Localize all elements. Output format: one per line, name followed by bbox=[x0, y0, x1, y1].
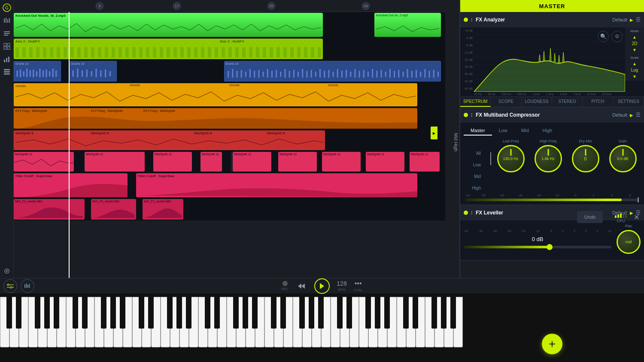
piano-key-ds5[interactable] bbox=[214, 297, 220, 329]
piano-key-cs4[interactable] bbox=[139, 297, 144, 329]
piano-key-cs3[interactable] bbox=[73, 297, 78, 329]
plugin-dot-leveller[interactable] bbox=[464, 211, 468, 215]
tab-settings-analyzer[interactable]: SETTINGS bbox=[614, 97, 644, 107]
sidebar-bars-icon[interactable] bbox=[1, 53, 13, 65]
piano-key-fs2[interactable] bbox=[35, 297, 40, 329]
add-button[interactable]: + bbox=[542, 334, 562, 354]
piano-key-cs2[interactable] bbox=[6, 297, 12, 329]
up-chevron-icon[interactable]: ▲ bbox=[632, 35, 637, 39]
collapse-arrow[interactable]: ► bbox=[431, 127, 437, 139]
mb-tab-low[interactable]: Low bbox=[492, 126, 514, 136]
track-content-azio[interactable]: Azio X : MultiFX Azio X : MultiFX bbox=[14, 38, 445, 60]
leveller-slider[interactable] bbox=[464, 246, 611, 248]
analyzer-gear-btn[interactable]: ⚙ bbox=[611, 31, 623, 42]
bpm-value[interactable]: 128 bbox=[337, 280, 346, 287]
tab-spectrum[interactable]: SPECTRUM bbox=[460, 97, 491, 107]
piano-key-gs6[interactable] bbox=[309, 297, 314, 329]
piano-key-cs6[interactable] bbox=[271, 297, 276, 329]
piano-key-fs8[interactable] bbox=[431, 297, 437, 329]
track-content-mix[interactable]: MIX_FX_reverb MIX MIX_FX_reverb MIX MIX_… bbox=[14, 198, 445, 220]
mb-main-slider[interactable] bbox=[465, 199, 639, 201]
piano-key-ds3[interactable] bbox=[82, 297, 88, 329]
track-content-vocals[interactable]: Knocked Out Vocals_fd_2.mp3 Knocked Out … bbox=[14, 12, 445, 38]
rev-button[interactable] bbox=[295, 280, 307, 292]
sidebar-blocks-icon[interactable] bbox=[1, 66, 13, 78]
piano-key-as2[interactable] bbox=[54, 297, 59, 329]
track-content-minisynth11[interactable]: MiniSynth 11 MiniSynth 11 MiniSynth 11 M… bbox=[14, 151, 445, 172]
leveller-thumb[interactable] bbox=[547, 244, 553, 250]
piano-key-cs8[interactable] bbox=[403, 297, 409, 329]
piano-key-as8[interactable] bbox=[450, 297, 456, 329]
piano-key-gs5[interactable] bbox=[243, 297, 248, 329]
piano-key-gs2[interactable] bbox=[44, 297, 50, 329]
sidebar-notes-icon[interactable] bbox=[1, 27, 13, 39]
mode-2d-label[interactable]: 2D bbox=[632, 41, 638, 46]
piano-key-fs3[interactable] bbox=[101, 297, 106, 329]
piano-key-cs10[interactable] bbox=[535, 297, 541, 329]
mb-knob-lowfreq[interactable]: 130.0 Hz bbox=[497, 145, 525, 172]
log-label[interactable]: Log bbox=[631, 68, 638, 72]
track-content-minisynth8[interactable]: MiniSynth 8 MiniSynth 8 MiniSynth 8 Mini… bbox=[14, 130, 445, 151]
piano-key-gs3[interactable] bbox=[110, 297, 116, 329]
plugin-analyzer-menu[interactable]: ☰ bbox=[636, 17, 641, 23]
tab-stereo[interactable]: STEREO bbox=[552, 97, 583, 107]
piano-key-as6[interactable] bbox=[318, 297, 324, 329]
piano-key-fs4[interactable] bbox=[167, 297, 173, 329]
piano-key-ds2[interactable] bbox=[16, 297, 21, 329]
mb-knob-gain[interactable]: 0.0 dB bbox=[609, 145, 637, 172]
piano-key-ds9[interactable] bbox=[479, 297, 484, 329]
play-button[interactable] bbox=[314, 278, 330, 294]
plugin-analyzer-arrow[interactable]: ▶ bbox=[630, 18, 633, 22]
piano-key-fs7[interactable] bbox=[365, 297, 371, 329]
piano-key-as3[interactable] bbox=[120, 297, 125, 329]
piano-key-fs10[interactable] bbox=[564, 297, 569, 329]
piano-key-ds7[interactable] bbox=[346, 297, 352, 329]
piano-key-as4[interactable] bbox=[186, 297, 191, 329]
plugin-multiband-arrow[interactable]: ▶ bbox=[630, 113, 633, 118]
undo-button[interactable]: Undo bbox=[577, 211, 603, 223]
piano-key-gs10[interactable] bbox=[573, 297, 579, 329]
piano-key-fs9[interactable] bbox=[498, 297, 503, 329]
piano-key-as5[interactable] bbox=[252, 297, 258, 329]
close-button[interactable]: ✕ bbox=[630, 211, 642, 223]
eq-icon[interactable] bbox=[3, 279, 17, 293]
mb-tab-mid[interactable]: Mid bbox=[514, 126, 536, 136]
piano-key-ds6[interactable] bbox=[280, 297, 286, 329]
track-content-flt[interactable]: FLT Freq : MiniSynth FLT Freq : MiniSynt… bbox=[14, 107, 445, 130]
mb-knob-drymix[interactable]: 0 bbox=[572, 145, 599, 172]
track-content-chords[interactable]: chords chords chords chords bbox=[14, 82, 445, 107]
tab-scope[interactable]: SCOPE bbox=[491, 97, 521, 107]
piano-key-cs11[interactable] bbox=[601, 297, 607, 329]
plugin-multiband-menu[interactable]: ☰ bbox=[636, 112, 641, 118]
piano-key-as10[interactable] bbox=[583, 297, 588, 329]
pan-knob[interactable]: mid bbox=[617, 230, 641, 254]
piano-key-cs7[interactable] bbox=[337, 297, 343, 329]
scale-down-icon[interactable]: ▼ bbox=[632, 74, 637, 79]
piano-key-cs5[interactable] bbox=[205, 297, 210, 329]
scale-up-icon[interactable]: ▲ bbox=[632, 61, 637, 66]
mb-tab-high[interactable]: High bbox=[536, 126, 559, 136]
piano-key-ds10[interactable] bbox=[545, 297, 550, 329]
plugin-dot-multiband[interactable] bbox=[464, 113, 468, 117]
piano-key-cs9[interactable] bbox=[469, 297, 475, 329]
piano-key-fs11[interactable] bbox=[630, 297, 635, 329]
sidebar-mixer-icon[interactable] bbox=[1, 15, 13, 27]
rec-button[interactable] bbox=[283, 281, 288, 286]
down-chevron-icon[interactable]: ▼ bbox=[632, 48, 637, 52]
ctrl-dots[interactable]: ••• bbox=[355, 280, 362, 287]
sidebar-logo[interactable]: G bbox=[1, 2, 13, 14]
piano-key-fs5[interactable] bbox=[233, 297, 239, 329]
piano-key-fs6[interactable] bbox=[299, 297, 305, 329]
piano-key-ds4[interactable] bbox=[148, 297, 154, 329]
piano-key-gs8[interactable] bbox=[441, 297, 447, 329]
sidebar-settings-icon[interactable] bbox=[1, 265, 13, 277]
piano-key-as9[interactable] bbox=[516, 297, 522, 329]
track-content-filtersaw[interactable]: Filter Cutoff : SuperSaw Filter Cutoff :… bbox=[14, 172, 445, 198]
piano-key-gs9[interactable] bbox=[507, 297, 513, 329]
mb-tab-master[interactable]: Master bbox=[464, 126, 492, 136]
mb-knob-highfreq[interactable]: 1.6k Hz bbox=[535, 145, 562, 172]
timeline-ruler[interactable]: 9 17 25 33 bbox=[14, 0, 445, 12]
plugin-dot-analyzer[interactable] bbox=[464, 18, 468, 22]
piano-key-gs4[interactable] bbox=[176, 297, 182, 329]
piano-key-ds8[interactable] bbox=[413, 297, 418, 329]
